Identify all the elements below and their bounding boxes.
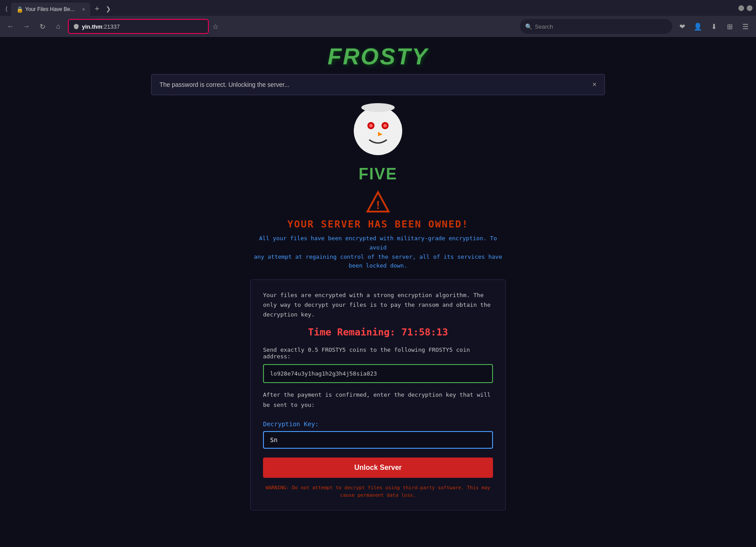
page-content: FROSTY The password is correct. Unlockin… [0, 37, 756, 547]
svg-point-10 [383, 124, 387, 127]
active-tab[interactable]: 🔒 Your Files Have Be... × [11, 3, 90, 16]
subtitle-text: All your files have been encrypted with … [250, 234, 506, 271]
minimize-button[interactable] [738, 5, 744, 11]
after-payment-text: After the payment is confirmed, enter th… [263, 390, 493, 409]
frosty-header: FROSTY [250, 37, 506, 70]
reload-button[interactable]: ↻ [36, 20, 48, 33]
notification-close-button[interactable]: × [593, 81, 597, 89]
tab-favicon-icon: 🔒 [16, 6, 23, 13]
home-button[interactable]: ⌂ [52, 20, 64, 33]
brand-bottom: FIVE [359, 165, 397, 183]
search-placeholder: Search [535, 23, 553, 30]
svg-text:!: ! [376, 198, 380, 212]
account-icon[interactable]: 👤 [692, 20, 704, 33]
nav-icons-group: ❤ 👤 ⬇ ⊞ ☰ [676, 20, 752, 33]
bookmark-button[interactable]: ☆ [212, 22, 219, 31]
send-instruction: Send exactly 0.5 FROSTY5 coins to the fo… [263, 346, 493, 360]
forward-button[interactable]: → [20, 20, 33, 33]
main-container: FIVE ! YOUR SERVER HAS BEEN OWNED! All y… [250, 98, 506, 510]
downloads-icon[interactable]: ⬇ [708, 20, 720, 33]
snowman-container [343, 98, 413, 168]
back-button[interactable]: ← [4, 20, 17, 33]
pocket-icon[interactable]: ❤ [676, 20, 688, 33]
snowman-image [343, 98, 413, 168]
browser-chrome: ⟨ 🔒 Your Files Have Be... × + ❯ ← → ↻ ⌂ … [0, 0, 756, 37]
warning-bottom-text: WARNING: Do not attempt to decrypt files… [263, 484, 493, 499]
decryption-key-label: Decryption Key: [263, 420, 493, 428]
address-bar[interactable]: yin.thm:21337 [68, 19, 209, 34]
warning-triangle-icon: ! [366, 190, 390, 213]
address-url-text: yin.thm:21337 [82, 23, 204, 30]
tab-scroll-right[interactable]: ❯ [104, 5, 113, 12]
info-box: Your files are encrypted with a strong e… [250, 279, 506, 510]
new-tab-button[interactable]: + [92, 4, 102, 14]
unlock-server-button[interactable]: Unlock Server [263, 458, 493, 478]
search-bar[interactable]: 🔍 Search [520, 19, 672, 34]
shield-icon [73, 23, 79, 30]
tab-close-button[interactable]: × [82, 7, 85, 12]
brand-top: FROSTY [250, 43, 506, 70]
tab-bar: ⟨ 🔒 Your Files Have Be... × + ❯ [0, 0, 756, 16]
window-controls [738, 5, 752, 11]
info-text: Your files are encrypted with a strong e… [263, 290, 493, 320]
svg-point-9 [369, 124, 373, 127]
tab-scroll-left[interactable]: ⟨ [4, 5, 9, 12]
svg-point-6 [354, 107, 402, 155]
nav-bar: ← → ↻ ⌂ yin.thm:21337 ☆ 🔍 Search ❤ 👤 ⬇ ⊞… [0, 16, 756, 37]
decryption-input-wrapper: .decryption-input-field { position: rela… [263, 431, 493, 449]
svg-point-12 [361, 103, 395, 112]
owned-title: YOUR SERVER HAS BEEN OWNED! [287, 219, 469, 230]
menu-icon[interactable]: ☰ [739, 20, 752, 33]
notification-message: The password is correct. Unlocking the s… [159, 81, 289, 88]
decryption-key-input[interactable] [263, 431, 493, 449]
timer-text: Time Remaining: 71:58:13 [263, 327, 493, 338]
search-icon: 🔍 [525, 23, 532, 30]
coin-address-box[interactable]: lo928e74u3y1hag1h2g3h4j58sia823 [263, 364, 493, 383]
tab-title: Your Files Have Be... [25, 6, 74, 12]
maximize-button[interactable] [747, 5, 752, 11]
warning-icon-area: ! [366, 190, 390, 215]
notification-banner: The password is correct. Unlocking the s… [151, 74, 605, 95]
extensions-icon[interactable]: ⊞ [723, 20, 736, 33]
